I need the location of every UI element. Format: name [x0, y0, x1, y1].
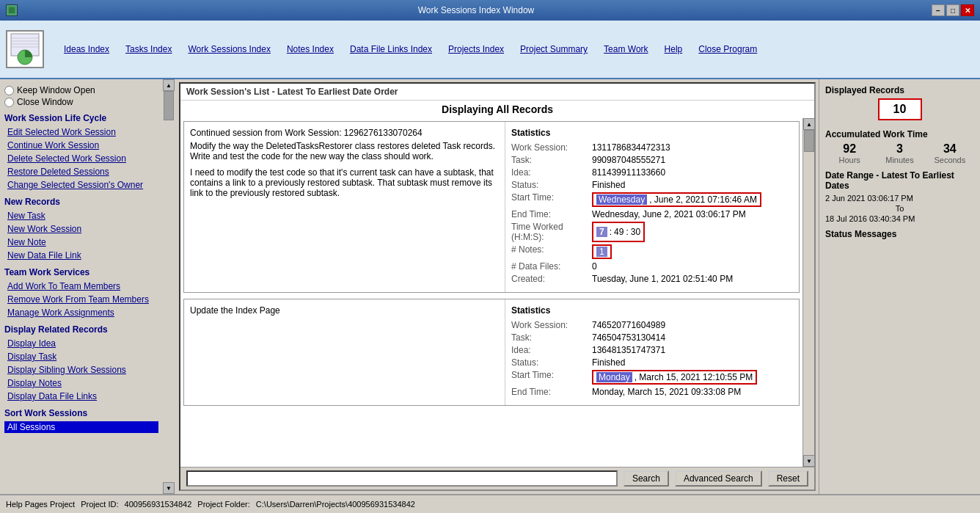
records-scroll-thumb[interactable] — [804, 130, 814, 152]
add-work-to-team-members[interactable]: Add Work To Team Members — [4, 280, 158, 292]
records-scrollbar: ▲ ▼ — [802, 118, 814, 467]
record-notes-2: Update the Index Page — [184, 299, 505, 405]
section-title-team-work: Team Work Services — [4, 267, 158, 277]
accumulated-work-time-title: Accumulated Work Time — [825, 129, 974, 139]
menu-team-work[interactable]: Team Work — [596, 40, 656, 58]
close-window-radio[interactable] — [4, 98, 14, 107]
close-window-option[interactable]: Close Window — [4, 97, 158, 107]
search-input[interactable] — [186, 470, 618, 487]
maximize-button[interactable]: □ — [946, 4, 959, 16]
app-logo — [6, 30, 44, 68]
records-count-box: 10 — [878, 98, 922, 120]
status-project-id: 400956931534842 — [125, 500, 192, 509]
menu-items: Ideas Index Tasks Index Work Sessions In… — [56, 40, 765, 58]
minimize-button[interactable]: − — [932, 4, 945, 16]
manage-work-assignments[interactable]: Manage Work Assignments — [4, 307, 158, 319]
menu-data-file-links-index[interactable]: Data File Links Index — [342, 40, 440, 58]
edit-selected-work-session[interactable]: Edit Selected Work Session — [4, 126, 158, 138]
hours-label: Hours — [825, 156, 874, 164]
status-folder-label: Project Folder: — [197, 500, 250, 509]
right-panel: Displayed Records 10 Accumulated Work Ti… — [819, 79, 980, 494]
stat-idea-1: Idea: 811439911133660 — [511, 167, 793, 178]
reset-button[interactable]: Reset — [768, 470, 808, 487]
record-stats-1: Statistics Work Session: 131178683447231… — [505, 122, 799, 292]
menu-tasks-index[interactable]: Tasks Index — [117, 40, 180, 58]
menu-work-sessions-index[interactable]: Work Sessions Index — [180, 40, 279, 58]
records-scroll-down[interactable]: ▼ — [803, 455, 814, 467]
search-button[interactable]: Search — [624, 470, 669, 487]
display-data-file-links[interactable]: Display Data File Links — [4, 390, 158, 402]
date-from: 2 Jun 2021 03:06:17 PM — [825, 194, 974, 203]
sidebar-scrollbar: ▲ ▼ — [163, 79, 175, 494]
display-idea[interactable]: Display Idea — [4, 338, 158, 349]
sidebar: Keep Window Open Close Window Work Sessi… — [0, 79, 163, 494]
menu-notes-index[interactable]: Notes Index — [279, 40, 342, 58]
scroll-up-button[interactable]: ▲ — [163, 79, 175, 91]
minutes-label: Minutes — [875, 156, 924, 164]
stat-end-time-1: End Time: Wednesday, June 2, 2021 03:06:… — [511, 209, 793, 219]
stat-end-time-2: End Time: Monday, March 15, 2021 09:33:0… — [511, 387, 793, 397]
close-button[interactable]: ✕ — [961, 4, 974, 16]
section-title-display: Display Related Records — [4, 324, 158, 335]
restore-deleted-sessions[interactable]: Restore Deleted Sessions — [4, 166, 158, 178]
change-selected-sessions-owner[interactable]: Change Selected Session's Owner — [4, 179, 158, 191]
minutes-value: 3 — [875, 142, 924, 156]
status-bar: Help Pages Project Project ID: 400956931… — [0, 494, 980, 513]
notes-count-highlight-1: 1 — [592, 244, 612, 259]
display-sibling-work-sessions[interactable]: Display Sibling Work Sessions — [4, 364, 158, 376]
stat-work-session-2: Work Session: 746520771604989 — [511, 320, 793, 330]
section-title-new-records: New Records — [4, 197, 158, 207]
table-row: Continued session from Work Session: 129… — [183, 121, 800, 293]
menu-bar: Ideas Index Tasks Index Work Sessions In… — [0, 21, 980, 79]
start-time-highlight-1: Wednesday, June 2, 2021 07:16:46 AM — [592, 192, 761, 207]
seconds-value: 34 — [926, 142, 974, 156]
display-notes[interactable]: Display Notes — [4, 377, 158, 389]
hours-value: 92 — [825, 142, 874, 156]
menu-projects-index[interactable]: Projects Index — [440, 40, 512, 58]
date-to-label: To — [825, 204, 974, 213]
displayed-records-title: Displayed Records — [825, 85, 974, 95]
display-task[interactable]: Display Task — [4, 351, 158, 363]
continue-work-session[interactable]: Continue Work Session — [4, 139, 158, 151]
content-header: Work Session's List - Latest To Earliest… — [180, 84, 814, 101]
menu-project-summary[interactable]: Project Summary — [512, 40, 596, 58]
records-scroll-track — [803, 130, 814, 455]
time-h-highlight: 7 — [596, 227, 607, 237]
menu-close-program[interactable]: Close Program — [690, 40, 765, 58]
content-wrapper: Work Session's List - Latest To Earliest… — [176, 79, 819, 494]
records-area: Continued session from Work Session: 129… — [180, 118, 814, 467]
keep-window-radio[interactable] — [4, 86, 14, 95]
stat-idea-2: Idea: 136481351747371 — [511, 345, 793, 355]
new-data-file-link[interactable]: New Data File Link — [4, 250, 158, 261]
records-list[interactable]: Continued session from Work Session: 129… — [180, 118, 802, 467]
date-to: 18 Jul 2016 03:40:34 PM — [825, 214, 974, 223]
date-range: 2 Jun 2021 03:06:17 PM To 18 Jul 2016 03… — [825, 194, 974, 223]
status-project: Help Pages Project — [6, 500, 75, 509]
record-notes-1: Continued session from Work Session: 129… — [184, 122, 505, 292]
new-task[interactable]: New Task — [4, 210, 158, 222]
search-bar: Search Advanced Search Reset — [180, 467, 814, 490]
keep-window-open-option[interactable]: Keep Window Open — [4, 85, 158, 95]
menu-help[interactable]: Help — [657, 40, 691, 58]
stat-start-time-1: Start Time: Wednesday, June 2, 2021 07:1… — [511, 192, 793, 207]
new-work-session[interactable]: New Work Session — [4, 223, 158, 235]
time-grid: 92 Hours 3 Minutes 34 Seconds — [825, 142, 974, 164]
status-project-id-label: Project ID: — [81, 500, 118, 509]
scroll-down-button[interactable]: ▼ — [163, 482, 175, 494]
stat-start-time-2: Start Time: Monday, March 15, 2021 12:10… — [511, 370, 793, 385]
stats-title-1: Statistics — [511, 128, 793, 138]
scroll-thumb[interactable] — [164, 91, 174, 120]
start-day-highlight-2: Monday — [596, 372, 632, 382]
new-note[interactable]: New Note — [4, 236, 158, 248]
remove-work-from-team-members[interactable]: Remove Work From Team Members — [4, 294, 158, 305]
advanced-search-button[interactable]: Advanced Search — [675, 470, 762, 487]
table-row: Update the Index Page Statistics Work Se… — [183, 299, 800, 406]
title-bar: Work Sessions Index Window − □ ✕ — [0, 0, 980, 21]
records-scroll-up[interactable]: ▲ — [803, 118, 814, 130]
section-title-sort: Sort Work Sessions — [4, 408, 158, 418]
window-behavior-group: Keep Window Open Close Window — [4, 85, 158, 107]
menu-ideas-index[interactable]: Ideas Index — [56, 40, 117, 58]
all-sessions[interactable]: All Sessions — [4, 421, 158, 433]
stat-notes-1: # Notes: 1 — [511, 244, 793, 259]
delete-selected-work-session[interactable]: Delete Selected Work Session — [4, 153, 158, 164]
